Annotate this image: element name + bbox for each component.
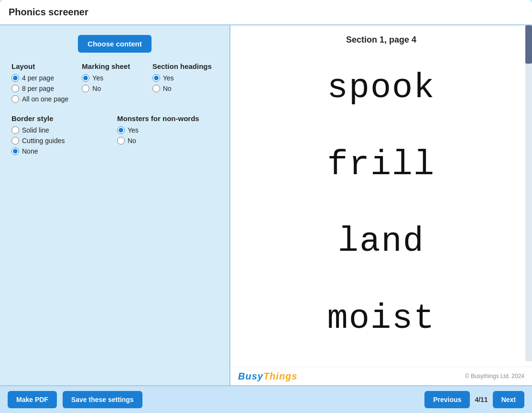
scrollbar-thumb[interactable] xyxy=(525,25,532,64)
preview-area: Section 1, page 4 spook frill land moist xyxy=(230,25,532,367)
word-2: frill xyxy=(327,145,435,185)
main-content: Choose content Layout 4 per page 8 per p… xyxy=(0,25,532,385)
section-headings-radio-group: Yes No xyxy=(152,74,218,92)
marking-yes[interactable]: Yes xyxy=(82,74,147,82)
app-title: Phonics screener xyxy=(9,7,88,17)
layout-4perpage[interactable]: 4 per page xyxy=(11,74,77,82)
section-headings-title: Section headings xyxy=(152,62,218,70)
border-style-radio-group: Solid line Cutting guides None xyxy=(11,126,112,155)
word-3: land xyxy=(338,222,424,261)
app-container: Phonics screener Choose content Layout 4… xyxy=(0,0,532,413)
bottom-right-nav: Previous 4/11 Next xyxy=(424,391,524,408)
word-list: spook frill land moist xyxy=(250,50,513,357)
title-bar: Phonics screener xyxy=(0,0,532,25)
next-button[interactable]: Next xyxy=(493,391,524,408)
layout-radio-group: 4 per page 8 per page All on one page xyxy=(11,74,77,103)
border-style-section: Border style Solid line Cutting guides N… xyxy=(11,114,112,155)
bottom-left-buttons: Make PDF Save these settings xyxy=(8,391,142,408)
layout-allonone[interactable]: All on one page xyxy=(11,95,77,103)
bottom-bar: Make PDF Save these settings Previous 4/… xyxy=(0,385,532,413)
page-counter: 4/11 xyxy=(475,396,488,403)
border-none[interactable]: None xyxy=(11,147,112,155)
previous-button[interactable]: Previous xyxy=(424,391,470,408)
layout-section: Layout 4 per page 8 per page All on one … xyxy=(11,62,77,103)
section-heading: Section 1, page 4 xyxy=(346,35,416,45)
marking-sheet-title: Marking sheet xyxy=(82,62,147,70)
marking-no[interactable]: No xyxy=(82,85,147,92)
left-panel: Choose content Layout 4 per page 8 per p… xyxy=(0,25,229,385)
marking-sheet-section: Marking sheet Yes No xyxy=(82,62,147,103)
monsters-yes[interactable]: Yes xyxy=(117,126,218,134)
monsters-radio-group: Yes No xyxy=(117,126,218,145)
layout-title: Layout xyxy=(11,62,77,70)
monsters-section: Monsters for non-words Yes No xyxy=(117,114,218,155)
busy-things-logo: BusyThings xyxy=(238,370,297,382)
border-monsters-grid: Border style Solid line Cutting guides N… xyxy=(11,114,218,155)
monsters-no[interactable]: No xyxy=(117,137,218,145)
choose-content-button[interactable]: Choose content xyxy=(78,35,151,53)
section-headings-section: Section headings Yes No xyxy=(152,62,218,103)
border-style-title: Border style xyxy=(11,114,112,123)
marking-sheet-radio-group: Yes No xyxy=(82,74,147,92)
monsters-title: Monsters for non-words xyxy=(117,114,218,123)
headings-yes[interactable]: Yes xyxy=(152,74,218,82)
save-settings-button[interactable]: Save these settings xyxy=(63,391,142,408)
top-settings-grid: Layout 4 per page 8 per page All on one … xyxy=(11,62,218,103)
word-4: moist xyxy=(327,299,435,338)
copyright-text: © Busythings Ltd. 2024 xyxy=(465,373,524,380)
branding-bar: BusyThings © Busythings Ltd. 2024 xyxy=(230,367,532,385)
word-1: spook xyxy=(327,68,435,108)
border-cutting[interactable]: Cutting guides xyxy=(11,137,112,145)
right-panel: Section 1, page 4 spook frill land moist… xyxy=(229,25,532,385)
scrollbar-track[interactable] xyxy=(525,25,532,361)
make-pdf-button[interactable]: Make PDF xyxy=(8,391,57,408)
headings-no[interactable]: No xyxy=(152,85,218,92)
border-solid[interactable]: Solid line xyxy=(11,126,112,134)
layout-8perpage[interactable]: 8 per page xyxy=(11,85,77,92)
